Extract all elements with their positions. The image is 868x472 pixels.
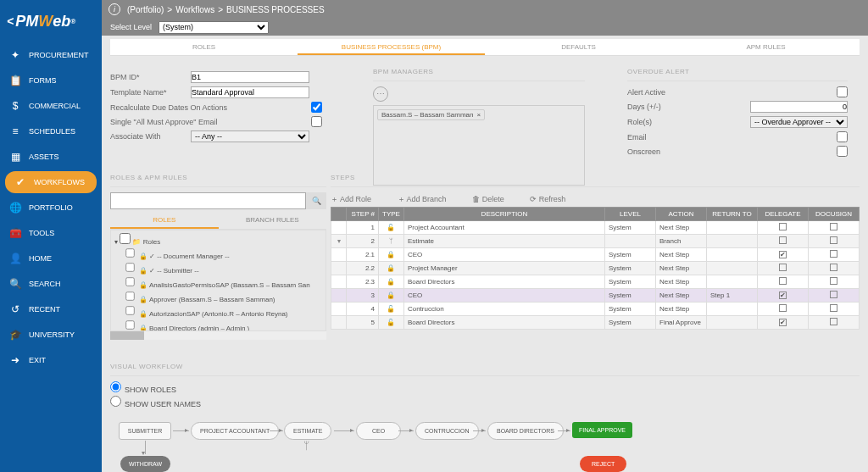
bpm-id-input[interactable] (191, 71, 309, 83)
roles-subtab-roles[interactable]: ROLES (110, 213, 219, 229)
single-checkbox[interactable] (311, 116, 322, 127)
roles-search-input[interactable] (110, 192, 306, 209)
tree-item[interactable]: 🔒AutorizacionSAP (Antonio.R – Antonio Re… (113, 304, 324, 319)
table-row[interactable]: ▾2ᛘEstimateBranch (331, 235, 860, 248)
nav-procurement[interactable]: ✦PROCUREMENT (0, 42, 102, 68)
lock-icon: 🔒 (139, 325, 147, 331)
nav-schedules[interactable]: ≡SCHEDULES (0, 119, 102, 144)
delegate-checkbox[interactable] (779, 264, 787, 271)
table-row[interactable]: 2.1🔒CEOSystemNext Step (331, 248, 860, 262)
email-checkbox[interactable] (837, 131, 848, 142)
delegate-checkbox[interactable] (779, 223, 787, 230)
nav-exit[interactable]: ➜EXIT (0, 347, 102, 373)
managers-add-button[interactable]: ⋯ (373, 86, 388, 102)
alert-active-label: Alert Active (627, 88, 708, 97)
info-icon[interactable]: i (108, 3, 120, 15)
docusign-checkbox[interactable] (830, 223, 837, 230)
tab-defaults[interactable]: DEFAULTS (485, 39, 672, 55)
tree-item[interactable]: 🔒Board Directors (admin – Admin ) (113, 319, 324, 331)
nav-tools[interactable]: 🧰TOOLS (0, 220, 102, 246)
roles-tree[interactable]: ▾ 📁 Roles 🔒✓ -- Document Manager -- 🔒✓ -… (110, 230, 326, 331)
col-action[interactable]: ACTION (656, 208, 707, 221)
table-row[interactable]: 2.2🔒Project ManagerSystemNext Step (331, 262, 860, 275)
tab-apm[interactable]: APM RULES (672, 39, 860, 55)
bpm-id-label: BPM ID* (110, 73, 191, 81)
onscreen-checkbox[interactable] (837, 146, 848, 157)
refresh-button[interactable]: ⟳ Refresh (530, 195, 577, 203)
crumb-workflows[interactable]: Workflows (175, 5, 214, 14)
chip-remove-icon[interactable]: × (476, 111, 481, 119)
col-level[interactable]: LEVEL (605, 208, 656, 221)
col-type[interactable]: TYPE (379, 208, 404, 221)
col-desc[interactable]: DESCRIPTION (403, 208, 604, 221)
col-delegate[interactable]: DELEGATE (758, 208, 809, 221)
table-row[interactable]: 5🔓Board DirectorsSystemFinal Approve (331, 316, 860, 330)
show-users-radio[interactable] (110, 396, 121, 407)
docusign-checkbox[interactable] (830, 277, 837, 285)
tree-item[interactable]: 🔒✓ -- Submitter -- (113, 261, 324, 275)
nav-search[interactable]: 🔍SEARCH (0, 271, 102, 297)
docusign-checkbox[interactable] (830, 264, 837, 271)
nav-commercial[interactable]: $COMMERCIAL (0, 93, 102, 119)
delegate-checkbox[interactable] (779, 236, 787, 244)
add-role-button[interactable]: ＋ Add Role (331, 195, 383, 203)
table-row[interactable]: 3🔒CEOSystemNext StepStep 1 (331, 289, 860, 303)
delete-button[interactable]: 🗑 Delete (472, 195, 516, 203)
email-label: Email (627, 133, 708, 142)
docusign-checkbox[interactable] (830, 304, 837, 312)
nav-assets[interactable]: ▦ASSETS (0, 144, 102, 169)
assoc-select[interactable]: -- Any -- (191, 130, 309, 142)
show-roles-radio[interactable] (110, 381, 121, 392)
nav-workflows[interactable]: ✔WORKFLOWS (5, 171, 97, 193)
node-ceo: CEO (356, 422, 401, 440)
roles-panel: ROLES & APM RULES 🔍 ROLES BRANCH RULES ▾… (110, 174, 326, 340)
delegate-checkbox[interactable] (779, 304, 787, 312)
lock-icon: 🔒 (139, 310, 147, 318)
delegate-checkbox[interactable] (779, 319, 787, 326)
unlock-icon: 🔓 (387, 224, 395, 231)
docusign-checkbox[interactable] (830, 250, 837, 258)
delegate-checkbox[interactable] (779, 251, 787, 258)
docusign-checkbox[interactable] (830, 318, 837, 325)
back-chevron-icon[interactable]: < (7, 14, 14, 28)
tab-roles[interactable]: ROLES (110, 39, 298, 55)
add-branch-button[interactable]: ＋ Add Branch (398, 195, 459, 203)
docusign-checkbox[interactable] (830, 236, 837, 244)
table-row[interactable]: 1🔓Project AccountantSystemNext Step (331, 221, 860, 235)
nav-forms[interactable]: 📋FORMS (0, 68, 102, 93)
days-input[interactable] (750, 101, 848, 113)
col-docusign[interactable]: DOCUSIGN (809, 208, 860, 221)
crumb-portfolio[interactable]: (Portfolio) (127, 5, 164, 14)
overdue-roles-select[interactable]: -- Overdue Approver -- (750, 116, 848, 128)
tree-item[interactable]: 🔒✓ -- Document Manager -- (113, 247, 324, 261)
table-row[interactable]: 4🔓ContruccionSystemNext Step (331, 303, 860, 316)
nav-university[interactable]: 🎓UNIVERSITY (0, 322, 102, 347)
template-input[interactable] (191, 86, 309, 98)
recalc-checkbox[interactable] (311, 102, 322, 113)
docusign-checkbox[interactable] (830, 291, 837, 298)
col-return[interactable]: RETURN TO (707, 208, 758, 221)
level-select[interactable]: (System) (159, 21, 269, 34)
tree-item[interactable]: 🔒Approver (Bassam.S – Bassam Samman) (113, 290, 324, 304)
tree-root[interactable]: ▾ 📁 Roles (113, 232, 324, 247)
alert-active-checkbox[interactable] (837, 86, 848, 97)
delegate-checkbox[interactable] (779, 277, 787, 285)
tab-bp[interactable]: BUSINESS PROCESSES (BPM) (298, 39, 485, 55)
nav-home[interactable]: 👤HOME (0, 246, 102, 271)
col-step[interactable]: STEP # (347, 208, 379, 221)
delegate-checkbox[interactable] (779, 292, 787, 299)
assoc-label: Associate With (110, 132, 191, 141)
roles-search-button[interactable]: 🔍 (306, 192, 326, 209)
nav-portfolio[interactable]: 🌐PORTFOLIO (0, 195, 102, 220)
table-row[interactable]: 2.3🔒Board DirectorsSystemNext Step (331, 275, 860, 289)
expand-icon[interactable]: ▾ (337, 237, 341, 245)
roles-subtab-branch[interactable]: BRANCH RULES (219, 213, 327, 229)
lock-icon: 🔒 (139, 253, 147, 260)
branch-icon: ᛘ (303, 440, 309, 452)
node-contruccion: CONTRUCCION (415, 422, 479, 440)
tree-item[interactable]: 🔒AnalisisGastoPermisoSAP (Bassam.S – Bas… (113, 275, 324, 290)
tree-scrollbar[interactable] (110, 331, 326, 340)
node-submitter: SUBMITTER (119, 422, 171, 440)
branch-icon: ᛘ (389, 237, 393, 245)
nav-recent[interactable]: ↺RECENT (0, 297, 102, 322)
